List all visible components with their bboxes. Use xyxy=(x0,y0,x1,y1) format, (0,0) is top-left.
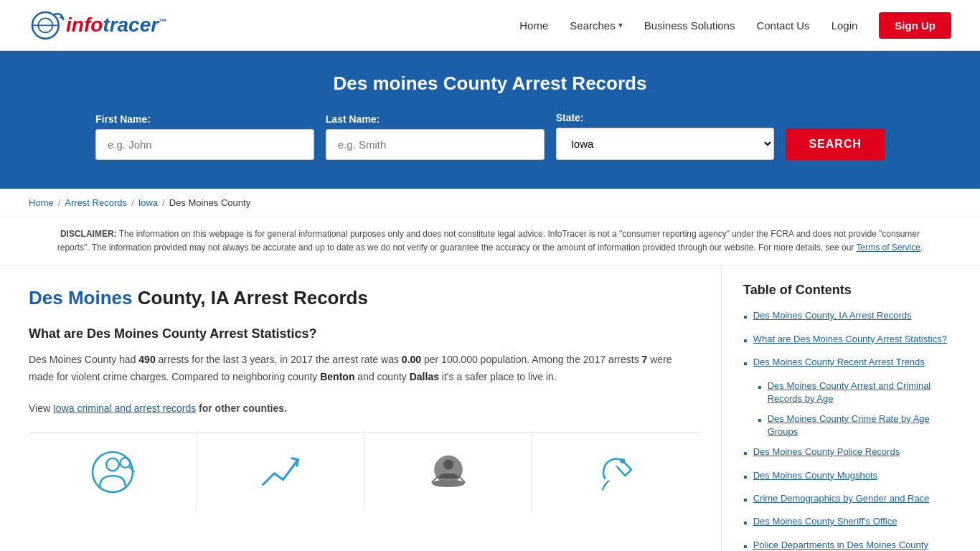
toc-item: ▪ Des Moines County Sheriff's Office xyxy=(743,515,951,531)
nav-home[interactable]: Home xyxy=(519,19,548,32)
toc-bullet: ▪ xyxy=(743,309,748,325)
svg-point-8 xyxy=(443,459,453,469)
state-label: State: xyxy=(556,112,775,123)
toc-link[interactable]: Des Moines County, IA Arrest Records xyxy=(753,309,912,322)
content-area: Des Moines County, IA Arrest Records Wha… xyxy=(29,265,722,551)
toc-link[interactable]: Des Moines County Recent Arrest Trends xyxy=(753,356,925,369)
sidebar: Table of Contents ▪ Des Moines County, I… xyxy=(722,265,951,551)
stats-heading: What are Des Moines County Arrest Statis… xyxy=(29,326,699,342)
icons-row xyxy=(29,432,699,512)
breadcrumb-iowa[interactable]: Iowa xyxy=(138,197,158,208)
state-group: State: Iowa Alabama Alaska Arizona Arkan… xyxy=(556,112,775,160)
main-nav: Home Searches ▾ Business Solutions Conta… xyxy=(519,12,951,39)
toc-item: ▪ What are Des Moines County Arrest Stat… xyxy=(743,333,951,349)
terms-of-service-link[interactable]: Terms of Service xyxy=(857,242,920,253)
nav-signup-button[interactable]: Sign Up xyxy=(879,12,951,39)
toc-link[interactable]: Des Moines County Mugshots xyxy=(753,469,877,482)
toc-item: ▪ Crime Demographics by Gender and Race xyxy=(743,492,951,508)
toc-link[interactable]: What are Des Moines County Arrest Statis… xyxy=(753,333,947,346)
toc-item: ▪ Des Moines County Recent Arrest Trends xyxy=(743,356,951,372)
icon-col-4 xyxy=(532,433,699,512)
icon-col-1 xyxy=(29,433,197,512)
article-title-highlight: Des Moines xyxy=(29,287,133,309)
breadcrumb-current: Des Moines County xyxy=(169,197,250,208)
toc-bullet: ▪ xyxy=(743,492,748,508)
toc-bullet: ▪ xyxy=(743,469,748,485)
toc-link[interactable]: Crime Demographics by Gender and Race xyxy=(753,492,930,505)
logo[interactable]: infotracer™ xyxy=(29,7,166,43)
hero-title: Des moines County Arrest Records xyxy=(29,72,951,95)
breadcrumb-sep-2: / xyxy=(131,197,134,208)
toc-link[interactable]: Police Departments in Des Moines County xyxy=(753,539,928,551)
article-title-rest: County, IA Arrest Records xyxy=(133,287,368,309)
first-name-input[interactable] xyxy=(95,129,314,160)
chevron-down-icon: ▾ xyxy=(618,20,623,30)
toc-bullet: ▪ xyxy=(743,515,748,531)
breadcrumb-arrest-records[interactable]: Arrest Records xyxy=(65,197,127,208)
main-content: Des Moines County, IA Arrest Records Wha… xyxy=(0,265,980,551)
last-name-label: Last Name: xyxy=(326,113,545,125)
breadcrumb: Home / Arrest Records / Iowa / Des Moine… xyxy=(0,189,980,217)
toc-bullet: ▪ xyxy=(758,413,762,428)
toc-bullet: ▪ xyxy=(743,356,748,372)
icon-col-2 xyxy=(197,433,364,512)
icon-col-3 xyxy=(364,433,532,512)
breadcrumb-home[interactable]: Home xyxy=(29,197,54,208)
nav-searches[interactable]: Searches ▾ xyxy=(570,19,622,32)
first-name-group: First Name: xyxy=(95,113,314,160)
toc-bullet: ▪ xyxy=(743,539,748,551)
toc-title: Table of Contents xyxy=(743,283,951,298)
search-form: First Name: Last Name: State: Iowa Alaba… xyxy=(95,112,885,160)
disclaimer-label: DISCLAIMER: xyxy=(60,229,117,239)
toc-item: ▪ Des Moines County Mugshots xyxy=(743,469,951,485)
svg-point-9 xyxy=(432,479,465,487)
hero-banner: Des moines County Arrest Records First N… xyxy=(0,51,980,189)
nav-login[interactable]: Login xyxy=(831,19,858,32)
svg-point-4 xyxy=(106,458,119,471)
nav-business-solutions[interactable]: Business Solutions xyxy=(644,19,735,32)
iowa-records-link[interactable]: Iowa criminal and arrest records xyxy=(53,402,196,414)
toc-bullet: ▪ xyxy=(743,446,748,461)
toc-item: ▪ Police Departments in Des Moines Count… xyxy=(743,539,951,551)
toc-item: ▪ Des Moines County, IA Arrest Records xyxy=(743,309,951,325)
header: infotracer™ Home Searches ▾ Business Sol… xyxy=(0,0,980,51)
toc-link[interactable]: Des Moines County Sheriff's Office xyxy=(753,515,897,528)
search-button[interactable]: SEARCH xyxy=(786,128,885,160)
state-select[interactable]: Iowa Alabama Alaska Arizona Arkansas Cal… xyxy=(556,128,775,160)
breadcrumb-sep-1: / xyxy=(58,197,61,208)
toc-bullet: ▪ xyxy=(758,380,762,395)
toc-item: ▪ Des Moines County Crime Rate by Age Gr… xyxy=(743,413,951,438)
toc-link[interactable]: Des Moines County Crime Rate by Age Grou… xyxy=(768,413,951,438)
article-title: Des Moines County, IA Arrest Records xyxy=(29,287,699,309)
view-link-paragraph: View Iowa criminal and arrest records fo… xyxy=(29,400,699,418)
breadcrumb-sep-3: / xyxy=(162,197,165,208)
toc-bullet: ▪ xyxy=(743,333,748,349)
last-name-group: Last Name: xyxy=(326,113,545,160)
svg-point-10 xyxy=(620,458,625,463)
last-name-input[interactable] xyxy=(326,129,545,160)
nav-contact-us[interactable]: Contact Us xyxy=(756,19,809,32)
toc-link[interactable]: Des Moines County Police Records xyxy=(753,446,900,458)
toc-list: ▪ Des Moines County, IA Arrest Records ▪… xyxy=(743,309,951,551)
toc-item: ▪ Des Moines County Arrest and Criminal … xyxy=(743,380,951,405)
first-name-label: First Name: xyxy=(95,113,314,125)
stats-paragraph: Des Moines County had 490 arrests for th… xyxy=(29,352,699,386)
toc-link[interactable]: Des Moines County Arrest and Criminal Re… xyxy=(768,380,951,405)
disclaimer: DISCLAIMER: The information on this webp… xyxy=(0,217,980,265)
toc-item: ▪ Des Moines County Police Records xyxy=(743,446,951,461)
disclaimer-text: The information on this webpage is for g… xyxy=(57,229,920,253)
